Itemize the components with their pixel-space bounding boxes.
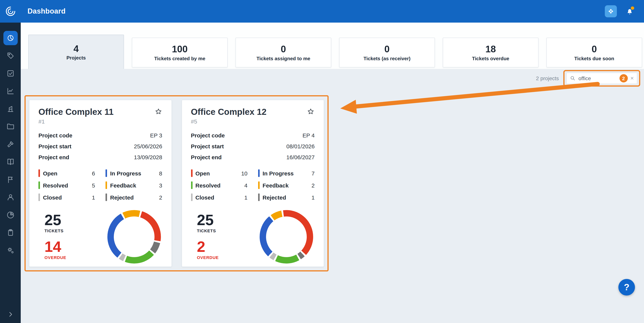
tab-tickets-assigned-to-me[interactable]: 0 Tickets assigned to me [236, 38, 331, 67]
status-value: 5 [92, 182, 95, 188]
status-color-bar [106, 181, 107, 189]
pie-chart-icon [6, 211, 14, 219]
stat-value: 4 [74, 43, 79, 54]
sidebar-item-reports[interactable] [3, 208, 18, 222]
ticket-totals: 25 TICKETS 2 OVERDUE [191, 210, 219, 260]
apps-button[interactable] [605, 5, 617, 17]
equipment-icon [6, 105, 14, 113]
notification-dot [631, 6, 634, 10]
status-color-bar [258, 169, 260, 177]
chevron-right-icon [7, 311, 14, 318]
search-icon [570, 75, 576, 81]
sidebar-item-folders[interactable] [3, 119, 18, 134]
status-item: Resolved5 [38, 181, 95, 189]
sidebar-item-clipboard[interactable] [3, 226, 18, 240]
flag-icon [6, 175, 14, 184]
status-item: Resolved4 [191, 181, 248, 189]
field-value: 16/06/2027 [286, 154, 315, 160]
tickets-caption: TICKETS [44, 229, 66, 233]
favorite-star-icon[interactable] [154, 108, 162, 117]
field-row: Project end 13/09/2028 [38, 152, 162, 163]
documents-icon [6, 158, 14, 166]
sidebar-item-tags[interactable] [3, 48, 18, 63]
overdue-count: 14 [44, 239, 66, 254]
status-value: 7 [312, 170, 315, 176]
tickets-caption: TICKETS [197, 229, 219, 233]
status-summary: Open6 In Progress8 Resolved5 Feedback3 C… [38, 169, 162, 201]
status-item: Open6 [38, 169, 95, 177]
status-value: 1 [244, 194, 248, 200]
project-card[interactable]: Office Complex 12 #5 Project code EP 4 P… [182, 100, 324, 267]
overdue-caption: OVERDUE [44, 255, 66, 260]
search-result-badge: 2 [619, 74, 628, 82]
status-value: 2 [312, 182, 315, 188]
project-fields: Project code EP 3 Project start 25/06/20… [38, 130, 162, 163]
gears-icon [6, 246, 14, 255]
projects-annotation-highlight: Office Complex 11 #1 Project code EP 3 P… [24, 95, 328, 272]
tab-tickets-created-by-me[interactable]: 100 Tickets created by me [132, 38, 228, 67]
help-button[interactable]: ? [618, 279, 635, 296]
field-label: Project end [191, 154, 222, 160]
donut-hole [266, 217, 307, 257]
notifications-button[interactable] [624, 6, 635, 16]
sidebar-item-approvals[interactable] [3, 66, 18, 80]
stat-label: Tickets (as receiver) [364, 56, 410, 61]
approvals-icon [6, 69, 14, 77]
field-row: Project start 25/06/2026 [38, 141, 162, 152]
favorite-star-icon[interactable] [307, 108, 315, 117]
sidebar-item-tools[interactable] [3, 137, 18, 151]
overdue-count: 2 [197, 239, 219, 254]
sidebar-item-equipment[interactable] [3, 102, 18, 116]
status-value: 3 [159, 182, 162, 188]
sidebar-item-contacts[interactable] [3, 190, 18, 204]
status-item: Open10 [191, 169, 248, 177]
search-input[interactable] [578, 75, 617, 81]
project-card[interactable]: Office Complex 11 #1 Project code EP 3 P… [29, 100, 172, 267]
overdue-caption: OVERDUE [197, 255, 219, 260]
search-box[interactable]: 2 × [566, 73, 637, 84]
field-value: EP 3 [150, 132, 162, 139]
clipboard-icon [6, 229, 14, 237]
stat-label: Tickets assigned to me [256, 56, 310, 61]
project-number: #1 [38, 118, 162, 125]
sidebar-item-dashboard[interactable] [3, 31, 18, 45]
status-label: Closed [196, 194, 244, 200]
folder-icon [6, 122, 14, 131]
status-color-bar [106, 194, 107, 201]
tab-tickets-overdue[interactable]: 18 Tickets overdue [443, 38, 538, 67]
stats-tabs: 4 Projects 100 Tickets created by me 0 T… [28, 35, 642, 69]
clear-search-icon[interactable]: × [630, 75, 634, 81]
status-label: Feedback [110, 182, 159, 188]
page-title: Dashboard [28, 7, 66, 15]
apps-icon [607, 7, 614, 15]
tab-tickets-due-soon[interactable]: 0 Tickets due soon [546, 38, 642, 67]
field-value: 25/06/2026 [134, 143, 162, 149]
ticket-status-donut-chart [107, 210, 161, 264]
help-label: ? [624, 282, 629, 293]
tab-projects[interactable]: 4 Projects [28, 35, 124, 69]
tab-tickets-as-receiver[interactable]: 0 Tickets (as receiver) [339, 38, 435, 67]
sidebar-item-analytics[interactable] [3, 84, 18, 98]
field-label: Project start [38, 143, 72, 149]
status-summary: Open10 In Progress7 Resolved4 Feedback2 … [191, 169, 315, 201]
field-label: Project code [38, 132, 72, 139]
results-count: 2 projects [536, 75, 559, 81]
search-annotation-highlight: 2 × [563, 70, 640, 87]
status-item: Feedback2 [258, 181, 315, 189]
status-label: Open [43, 170, 92, 176]
topbar-actions [605, 5, 644, 17]
project-title: Office Complex 12 [191, 107, 266, 117]
status-value: 8 [159, 170, 162, 176]
status-value: 4 [244, 182, 248, 188]
sidebar-item-documents[interactable] [3, 155, 18, 169]
status-color-bar [258, 181, 260, 189]
topbar: Dashboard [0, 0, 644, 22]
sidebar-item-settings[interactable] [3, 243, 18, 258]
status-color-bar [38, 181, 40, 189]
sidebar-item-flags[interactable] [3, 172, 18, 187]
sidebar-expand-button[interactable] [0, 311, 21, 318]
status-item: Closed1 [191, 194, 248, 201]
analytics-icon [6, 87, 14, 95]
status-label: Rejected [263, 194, 312, 200]
status-color-bar [38, 194, 40, 201]
